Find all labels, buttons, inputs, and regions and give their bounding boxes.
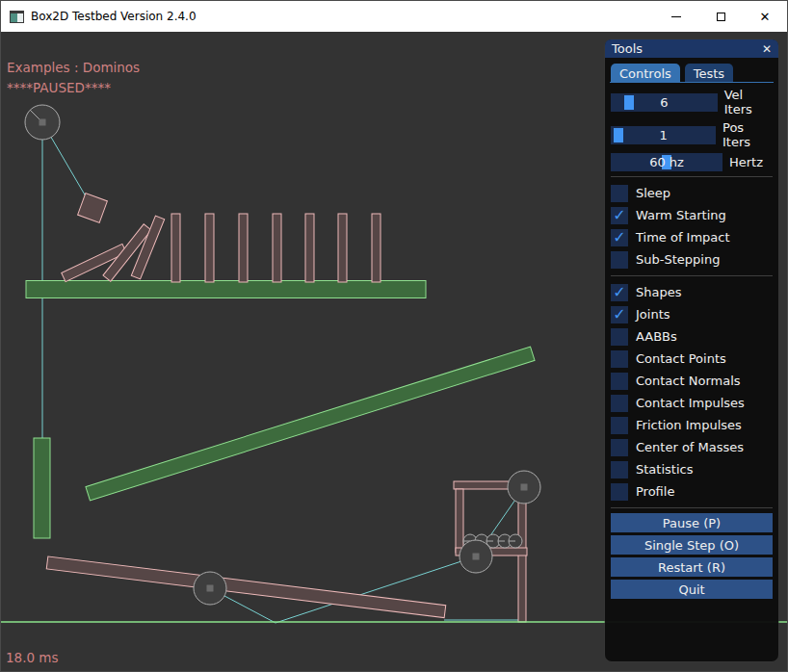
quit-button[interactable]: Quit [611, 580, 773, 599]
checkbox-contact-impulses[interactable]: ✓ [611, 395, 628, 412]
check-icon: ✓ [611, 306, 628, 323]
checkbox-label: Sub-Stepping [636, 252, 720, 267]
checkbox-row-warm-starting: ✓ Warm Starting [611, 204, 773, 226]
checkbox-row-profile: ✓ Profile [611, 480, 773, 503]
domino [273, 214, 281, 282]
hertz-value: 60 hz [611, 153, 722, 171]
frame-time-label: 18.0 ms [6, 650, 59, 665]
hertz-slider[interactable]: 60 hz [611, 153, 722, 171]
domino [171, 214, 180, 282]
checkbox-row-joints: ✓ Joints [611, 303, 773, 325]
domino [338, 214, 347, 282]
vel-iters-label: Vel Iters [724, 88, 773, 116]
checkbox-row-contact-impulses: ✓ Contact Impulses [611, 392, 773, 414]
tools-panel-close-icon[interactable]: ✕ [762, 43, 772, 55]
restart-button[interactable]: Restart (R) [611, 557, 773, 577]
checkbox-row-center-of-masses: ✓ Center of Masses [611, 436, 773, 458]
vel-iters-slider[interactable]: 6 [611, 93, 718, 112]
checkbox-label: Contact Points [636, 351, 726, 366]
tools-panel-titlebar[interactable]: Tools ✕ [605, 39, 778, 58]
button-stack: Pause (P) Single Step (O) Restart (R) Qu… [611, 513, 773, 599]
seesaw-plank [46, 556, 445, 618]
tools-panel: Tools ✕ Controls Tests 6 [605, 39, 778, 661]
checkbox-label: Statistics [636, 462, 693, 477]
checkbox-label: Contact Impulses [636, 396, 745, 410]
checkbox-statistics[interactable]: ✓ [611, 461, 628, 478]
hertz-row: 60 hz Hertz [611, 153, 773, 171]
pos-iters-value: 1 [611, 126, 716, 144]
separator [611, 275, 773, 276]
checkbox-label: AABBs [636, 329, 677, 344]
tab-controls-label: Controls [619, 66, 671, 81]
tab-underline [610, 82, 774, 83]
pos-iters-slider[interactable]: 1 [611, 126, 716, 144]
checkbox-contact-points[interactable]: ✓ [611, 350, 628, 368]
close-button[interactable]: ✕ [743, 1, 787, 32]
frame-lower-circle [460, 540, 492, 573]
maximize-button[interactable] [698, 1, 743, 32]
frame-top-circle [508, 471, 540, 504]
domino [205, 214, 214, 282]
pendulum-bob [78, 194, 108, 223]
separator [611, 176, 773, 177]
vel-iters-row: 6 Vel Iters [611, 88, 773, 116]
standing-dominos [171, 214, 381, 282]
checkbox-row-shapes: ✓ Shapes [611, 281, 773, 303]
window-titlebar[interactable]: Box2D Testbed Version 2.4.0 ✕ [1, 1, 787, 32]
checkbox-label: Sleep [636, 186, 670, 200]
checkbox-aabbs[interactable]: ✓ [611, 328, 628, 346]
checkbox-label: Profile [636, 484, 674, 499]
physics-canvas[interactable]: Examples : Dominos ****PAUSED**** 18.0 m… [1, 32, 788, 672]
checkbox-profile[interactable]: ✓ [611, 483, 628, 501]
checkbox-row-contact-normals: ✓ Contact Normals [611, 370, 773, 392]
checkbox-label: Time of Impact [636, 230, 730, 245]
app-icon [10, 11, 24, 23]
pos-iters-row: 1 Pos Iters [611, 120, 773, 149]
maximize-icon [717, 13, 725, 21]
minimize-icon [671, 16, 681, 17]
checkbox-label: Warm Starting [636, 208, 726, 222]
checkbox-sub-stepping[interactable]: ✓ [611, 251, 628, 269]
pause-button[interactable]: Pause (P) [611, 513, 773, 532]
tools-panel-title: Tools [612, 41, 643, 56]
tab-controls[interactable]: Controls [611, 64, 680, 82]
checkbox-label: Joints [636, 307, 670, 322]
window-controls: ✕ [654, 1, 787, 32]
checkbox-contact-normals[interactable]: ✓ [611, 373, 628, 390]
checkbox-row-aabbs: ✓ AABBs [611, 325, 773, 348]
paused-label: ****PAUSED**** [7, 80, 111, 95]
fallen-dominos [62, 216, 165, 282]
checkbox-row-friction-impulses: ✓ Friction Impulses [611, 414, 773, 436]
checkbox-label: Friction Impulses [636, 418, 742, 432]
checkbox-row-sub-stepping: ✓ Sub-Stepping [611, 248, 773, 271]
tab-tests-label: Tests [694, 66, 724, 81]
checkbox-time-of-impact[interactable]: ✓ [611, 229, 628, 246]
tools-panel-body: Controls Tests 6 Vel Iters [605, 58, 778, 599]
check-icon: ✓ [611, 207, 628, 223]
minimize-button[interactable] [654, 1, 698, 32]
checkbox-label: Center of Masses [636, 440, 744, 454]
checkbox-shapes[interactable]: ✓ [611, 284, 628, 301]
checkbox-joints[interactable]: ✓ [611, 306, 628, 323]
checkbox-label: Shapes [636, 285, 681, 299]
separator [611, 507, 773, 508]
check-icon: ✓ [611, 229, 628, 246]
vertical-pillar [34, 438, 50, 538]
checkbox-warm-starting[interactable]: ✓ [611, 207, 628, 224]
single-step-button[interactable]: Single Step (O) [611, 535, 773, 555]
shelf-platform [26, 281, 426, 298]
checkbox-friction-impulses[interactable]: ✓ [611, 417, 628, 434]
checkbox-sleep[interactable]: ✓ [611, 185, 628, 202]
checkbox-center-of-masses[interactable]: ✓ [611, 439, 628, 456]
domino [372, 214, 381, 282]
domino [239, 214, 248, 282]
frame-left-post [456, 489, 463, 553]
pos-iters-label: Pos Iters [722, 120, 773, 149]
checkbox-row-sleep: ✓ Sleep [611, 182, 773, 204]
check-icon: ✓ [611, 284, 628, 300]
checkbox-label: Contact Normals [636, 374, 741, 388]
checkbox-row-time-of-impact: ✓ Time of Impact [611, 226, 773, 248]
tab-tests[interactable]: Tests [685, 64, 733, 82]
checkbox-row-contact-points: ✓ Contact Points [611, 348, 773, 370]
hertz-label: Hertz [729, 155, 763, 169]
